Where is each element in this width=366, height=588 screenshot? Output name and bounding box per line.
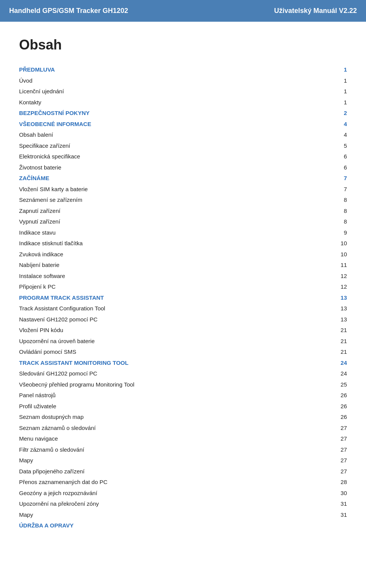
toc-page-number: 8 xyxy=(298,216,347,227)
toc-row: Životnost baterie6 xyxy=(19,162,347,173)
toc-row: Specifikace zařízení5 xyxy=(19,141,347,152)
toc-page-number xyxy=(298,520,347,531)
toc-row: Seznam záznamů o sledování27 xyxy=(19,423,347,434)
toc-row: Nastavení GH1202 pomocí PC13 xyxy=(19,314,347,325)
toc-row: Menu navigace27 xyxy=(19,433,347,444)
toc-row: Vypnutí zařízení8 xyxy=(19,216,347,227)
toc-label: Sledování GH1202 pomocí PC xyxy=(19,368,298,379)
toc-row: Seznámení se zařízením8 xyxy=(19,195,347,206)
toc-page-number: 27 xyxy=(298,433,347,444)
toc-row: PŘEDMLUVA1 xyxy=(19,64,347,75)
toc-row: VŠEOBECNÉ INFORMACE4 xyxy=(19,119,347,130)
toc-page-number: 30 xyxy=(298,488,347,499)
toc-page-number: 28 xyxy=(298,477,347,488)
toc-label: Filtr záznamů o sledování xyxy=(19,444,298,455)
toc-page-number: 11 xyxy=(298,260,347,271)
toc-label: PROGRAM TRACK ASSISTANT xyxy=(19,292,298,304)
toc-label: Ovládání pomocí SMS xyxy=(19,347,298,358)
toc-label: Vložení PIN kódu xyxy=(19,325,298,336)
toc-label: Kontakty xyxy=(19,97,298,108)
toc-page-number: 27 xyxy=(298,455,347,466)
main-content: Obsah PŘEDMLUVA1Úvod1Licenční ujednání1K… xyxy=(0,22,366,546)
toc-label: Upozornění na úroveň baterie xyxy=(19,336,298,347)
toc-page-number: 26 xyxy=(298,412,347,423)
toc-label: Nastavení GH1202 pomocí PC xyxy=(19,314,298,325)
toc-row: Data připojeného zařízení27 xyxy=(19,466,347,477)
toc-label: Zvuková indikace xyxy=(19,249,298,260)
toc-label: VŠEOBECNÉ INFORMACE xyxy=(19,119,298,130)
toc-label: Nabíjení baterie xyxy=(19,260,298,271)
toc-label: Data připojeného zařízení xyxy=(19,466,298,477)
toc-page-number: 4 xyxy=(298,119,347,130)
toc-page-number: 21 xyxy=(298,325,347,336)
toc-row: Vložení PIN kódu21 xyxy=(19,325,347,336)
toc-row: Zvuková indikace10 xyxy=(19,249,347,260)
toc-row: Sledování GH1202 pomocí PC24 xyxy=(19,368,347,379)
toc-page-number: 10 xyxy=(298,238,347,249)
toc-page-number: 27 xyxy=(298,423,347,434)
toc-page-number: 26 xyxy=(298,401,347,412)
toc-label: Obsah balení xyxy=(19,129,298,141)
toc-row: Mapy27 xyxy=(19,455,347,466)
toc-label: Seznam dostupných map xyxy=(19,412,298,423)
toc-label: Indikace stavu xyxy=(19,227,298,238)
toc-row: Profil uživatele26 xyxy=(19,401,347,412)
toc-row: BEZPEČNOSTNÍ POKYNY2 xyxy=(19,108,347,119)
toc-label: Připojení k PC xyxy=(19,281,298,292)
toc-row: Filtr záznamů o sledování27 xyxy=(19,444,347,455)
toc-label: Zapnutí zařízení xyxy=(19,206,298,217)
toc-row: Upozornění na úroveň baterie21 xyxy=(19,336,347,347)
toc-row: Track Assistant Configuration Tool13 xyxy=(19,303,347,314)
toc-page-number: 13 xyxy=(298,314,347,325)
toc-label: PŘEDMLUVA xyxy=(19,64,298,75)
toc-label: TRACK ASSISTANT MONITORING TOOL xyxy=(19,358,298,369)
toc-row: Instalace software12 xyxy=(19,271,347,282)
toc-page-number: 6 xyxy=(298,162,347,173)
toc-page-number: 25 xyxy=(298,379,347,390)
toc-label: BEZPEČNOSTNÍ POKYNY xyxy=(19,108,298,119)
toc-page-number: 13 xyxy=(298,303,347,314)
toc-row: ZAČÍNÁME7 xyxy=(19,173,347,184)
toc-page-number: 12 xyxy=(298,271,347,282)
toc-page-number: 21 xyxy=(298,347,347,358)
toc-page-number: 31 xyxy=(298,510,347,521)
toc-row: Indikace stavu9 xyxy=(19,227,347,238)
toc-row: Nabíjení baterie11 xyxy=(19,260,347,271)
toc-label: Panel nástrojů xyxy=(19,390,298,401)
toc-row: Obsah balení4 xyxy=(19,129,347,141)
toc-row: Úvod1 xyxy=(19,75,347,86)
toc-page-number: 27 xyxy=(298,444,347,455)
toc-label: Instalace software xyxy=(19,271,298,282)
toc-page-number: 12 xyxy=(298,281,347,292)
toc-label: Specifikace zařízení xyxy=(19,141,298,152)
toc-row: Seznam dostupných map26 xyxy=(19,412,347,423)
toc-row: ÚDRŽBA A OPRAVY xyxy=(19,520,347,531)
toc-row: Upozornění na překročení zóny31 xyxy=(19,499,347,510)
toc-page-number: 24 xyxy=(298,358,347,369)
table-of-contents: PŘEDMLUVA1Úvod1Licenční ujednání1Kontakt… xyxy=(19,64,347,531)
toc-row: Indikace stisknutí tlačítka10 xyxy=(19,238,347,249)
toc-label: Geozóny a jejich rozpoznávání xyxy=(19,488,298,499)
toc-page-number: 26 xyxy=(298,390,347,401)
toc-label: Seznámení se zařízením xyxy=(19,195,298,206)
toc-label: Mapy xyxy=(19,455,298,466)
toc-row: Elektronická specifikace6 xyxy=(19,151,347,162)
toc-page-number: 13 xyxy=(298,292,347,304)
toc-page-number: 4 xyxy=(298,129,347,141)
toc-label: Seznam záznamů o sledování xyxy=(19,423,298,434)
page-header: Handheld GPS/GSM Tracker GH1202 Uživatel… xyxy=(0,0,366,22)
toc-page-number: 1 xyxy=(298,86,347,97)
toc-row: Všeobecný přehled programu Monitoring To… xyxy=(19,379,347,390)
toc-label: Mapy xyxy=(19,510,298,521)
toc-page-number: 31 xyxy=(298,499,347,510)
page-title: Obsah xyxy=(19,37,347,53)
toc-label: Track Assistant Configuration Tool xyxy=(19,303,298,314)
toc-page-number: 8 xyxy=(298,195,347,206)
toc-page-number: 8 xyxy=(298,206,347,217)
toc-label: ÚDRŽBA A OPRAVY xyxy=(19,520,298,531)
toc-label: Vložení SIM karty a baterie xyxy=(19,184,298,195)
toc-page-number: 7 xyxy=(298,184,347,195)
toc-page-number: 10 xyxy=(298,249,347,260)
toc-row: Zapnutí zařízení8 xyxy=(19,206,347,217)
toc-page-number: 9 xyxy=(298,227,347,238)
